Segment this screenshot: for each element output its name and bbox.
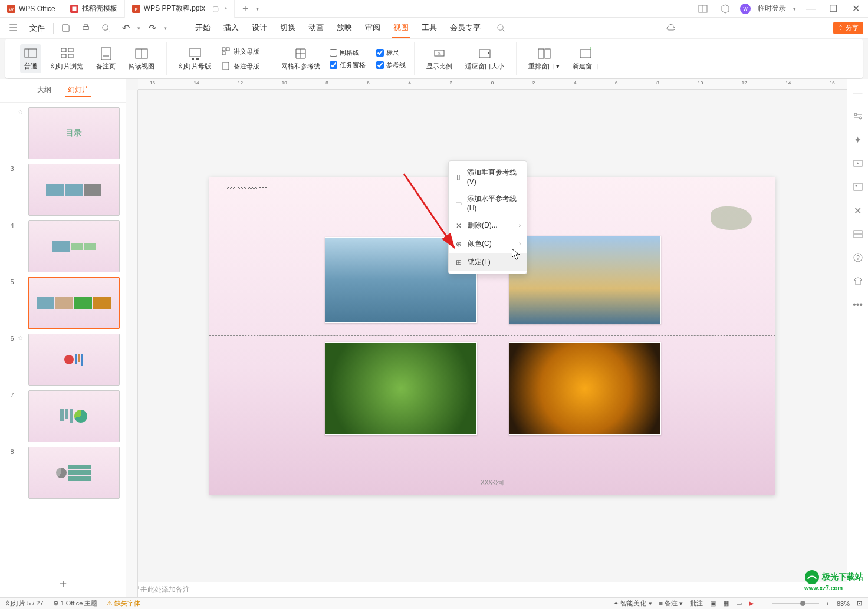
zoom-out-button[interactable]: − [761,600,764,607]
ruler-checkbox[interactable]: 标尺 [376,48,406,57]
view-normal-icon[interactable]: ▣ [710,600,716,607]
slide-image-leaves[interactable] [325,342,477,435]
zoom-level[interactable]: 83% [837,600,850,607]
tab-animation[interactable]: 动画 [307,19,325,38]
save-icon[interactable] [57,20,74,37]
slide-thumb[interactable]: 目录 [28,107,120,159]
app-tab-document[interactable]: P WPS PPT教程.pptx ▢ • [125,0,235,18]
rail-layout-icon[interactable] [851,228,864,241]
app-tab-wps[interactable]: W WPS Office [0,0,63,18]
rail-shirt-icon[interactable] [851,275,864,288]
arrange-windows-button[interactable]: 重排窗口 ▾ [525,44,563,73]
tab-review[interactable]: 审阅 [364,19,382,38]
print-icon[interactable] [77,20,94,37]
undo-icon[interactable]: ↶ [117,20,134,37]
star-icon[interactable]: ☆ [18,334,25,341]
maximize-button[interactable]: ☐ [826,1,841,17]
slide-image-lake[interactable] [509,236,661,324]
slide-thumb[interactable] [28,220,120,272]
grid-guides-button[interactable]: 网格和参考线 [278,44,324,73]
slide-thumb[interactable] [28,334,120,386]
search-icon[interactable] [492,20,509,37]
rail-minus-icon[interactable]: — [851,86,864,99]
zoom-button[interactable]: %显示比例 [423,44,456,73]
star-icon[interactable]: ☆ [18,107,25,115]
ctx-add-vertical-guide[interactable]: ▯添加垂直参考线(V) [449,163,527,190]
thumbnail-list[interactable]: ☆目录 3 4 5 6☆ 7 8 [0,103,126,570]
close-button[interactable]: ✕ [848,1,863,17]
tab-dropdown[interactable]: ▾ [256,5,259,12]
view-normal-button[interactable]: 普通 [20,44,41,73]
ctx-delete[interactable]: ✕删除(D)...› [449,216,527,235]
fit-window-button[interactable]: 适应窗口大小 [462,44,508,73]
view-sorter-icon[interactable]: ▦ [723,600,729,607]
file-menu[interactable]: 文件 [25,23,50,34]
tab-transition[interactable]: 切换 [279,19,297,38]
menu-hamburger-icon[interactable]: ☰ [5,20,21,37]
missing-font-warning[interactable]: ⚠ 缺失字体 [107,599,140,608]
guide-horizontal[interactable] [209,335,775,336]
tab-insert[interactable]: 插入 [222,19,240,38]
rail-image-icon[interactable] [851,180,864,193]
cube-icon[interactable] [718,1,733,17]
app-tab-template[interactable]: 找稻壳模板 [63,0,125,18]
gridlines-checkbox[interactable]: 网格线 [330,48,366,57]
svg-rect-26 [226,48,229,51]
slide-thumb-selected[interactable] [28,277,120,329]
view-slideshow-icon[interactable]: ▶ [749,600,754,607]
tab-readmode-icon[interactable]: ▢ [212,5,219,13]
taskpane-checkbox[interactable]: 任务窗格 [330,61,366,70]
share-button[interactable]: ⇪分享 [833,22,863,34]
tab-tools[interactable]: 工具 [420,19,438,38]
handout-master-button[interactable]: 讲义母版 [221,46,261,57]
slide-master-button[interactable]: 幻灯片母版 [175,44,215,73]
theme-indicator[interactable]: ⚙ 1 Office 主题 [53,599,98,608]
rail-more-icon[interactable]: ••• [851,298,864,311]
tab-design[interactable]: 设计 [251,19,268,38]
guides-checkbox[interactable]: 参考线 [376,61,406,70]
ctx-add-horizontal-guide[interactable]: ▭添加水平参考线(H) [449,190,527,216]
slide-thumb[interactable] [28,164,120,216]
comment-toggle[interactable]: 批注 [690,599,703,608]
slide-thumb[interactable] [28,447,120,499]
cloud-icon[interactable] [663,20,679,37]
zoom-slider[interactable] [772,603,819,604]
view-sorter-button[interactable]: 幻灯片浏览 [47,44,87,73]
ctx-color[interactable]: ⊕颜色(C)› [449,235,527,253]
outline-tab[interactable]: 大纲 [35,84,54,97]
rail-tools-icon[interactable]: ✕ [851,204,864,217]
new-tab-button[interactable]: ＋ [235,2,256,15]
rail-sparkle-icon[interactable]: ✦ [851,133,864,146]
redo-icon[interactable]: ↷ [144,20,160,37]
slide-image-maple[interactable] [509,342,661,435]
tab-member[interactable]: 会员专享 [449,19,482,38]
slide-thumb[interactable] [28,390,120,442]
birds-decoration: 〰 〰 〰 〰 [227,184,267,193]
rail-help-icon[interactable]: ? [851,251,864,264]
view-reading-button[interactable]: 阅读视图 [125,44,158,73]
zoom-in-button[interactable]: + [826,600,830,607]
notes-pane[interactable]: 单击此处添加备注 [126,582,847,597]
notes-master-button[interactable]: 备注母版 [221,61,261,72]
view-notes-button[interactable]: 备注页 [93,44,119,73]
minimize-button[interactable]: — [803,1,818,17]
tab-view[interactable]: 视图 [392,19,410,38]
new-window-button[interactable]: +新建窗口 [569,44,602,73]
rail-play-icon[interactable] [851,157,864,170]
login-text[interactable]: 临时登录 [758,4,786,14]
view-reading-icon[interactable]: ▭ [736,600,742,607]
tab-label: WPS PPT教程.pptx [144,4,205,14]
slides-tab[interactable]: 幻灯片 [65,84,91,97]
notes-toggle[interactable]: ≡ 备注 ▾ [659,599,683,608]
preview-icon[interactable] [97,20,114,37]
ctx-lock[interactable]: ⊞锁定(L) [449,253,527,271]
fit-button[interactable]: ⊡ [857,600,862,607]
tab-more-icon[interactable]: • [225,5,227,13]
tab-start[interactable]: 开始 [194,19,212,38]
beautify-button[interactable]: ✦ 智能美化 ▾ [613,599,652,608]
tab-slideshow[interactable]: 放映 [336,19,353,38]
window-layout-icon[interactable] [695,1,711,17]
rail-settings-icon[interactable] [851,110,864,123]
avatar[interactable]: w [740,4,751,14]
add-slide-button[interactable]: ＋ [0,570,126,597]
